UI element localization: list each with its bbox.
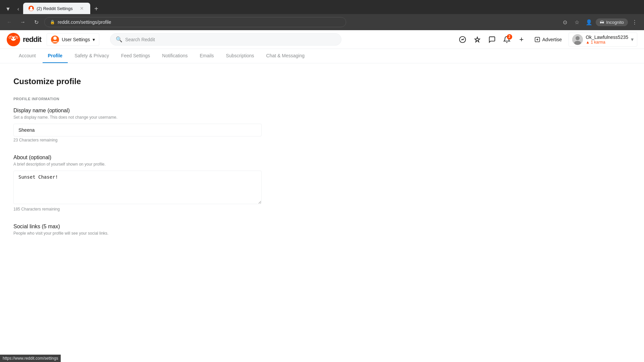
tab-title: (2) Reddit Settings — [37, 6, 76, 11]
profile-icon-btn[interactable]: 👤 — [584, 17, 594, 27]
menu-btn[interactable]: ⋮ — [629, 17, 640, 27]
header-actions: 2 + Advertise Ok_Lawfulness5235 ▲ 1 karm… — [457, 33, 637, 47]
about-label: About (optional) — [13, 155, 288, 161]
svg-point-5 — [11, 38, 13, 39]
tab-bar: ▼ ‹ (2) Reddit Settings ✕ + — [0, 0, 644, 14]
create-post-btn[interactable]: + — [516, 34, 528, 46]
nav-item-safety[interactable]: Safety & Privacy — [69, 49, 114, 63]
browser-toolbar: ← → ↻ 🔒 reddit.com/settings/profile ⊙ ☆ … — [0, 14, 644, 30]
svg-point-11 — [53, 37, 57, 40]
user-dropdown-icon: ▾ — [631, 36, 634, 43]
social-links-field-group: Social links (5 max) People who visit yo… — [13, 224, 288, 236]
search-icon: 🔍 — [116, 36, 122, 43]
incognito-badge: 🕶 Incognito — [596, 18, 628, 26]
reddit-logo[interactable]: reddit — [7, 33, 41, 46]
display-name-field-group: Display name (optional) Set a display na… — [13, 108, 288, 142]
incognito-label: Incognito — [606, 20, 624, 25]
display-name-char-count: 23 Characters remaining — [13, 138, 288, 142]
nav-item-profile[interactable]: Profile — [43, 49, 68, 63]
display-name-desc: Set a display name. This does not change… — [13, 115, 288, 120]
url-text: reddit.com/settings/profile — [58, 19, 111, 25]
settings-nav: Account Profile Safety & Privacy Feed Se… — [0, 49, 644, 63]
lock-icon: 🔒 — [50, 20, 55, 24]
reload-btn[interactable]: ↻ — [31, 17, 42, 27]
nav-item-subscriptions[interactable]: Subscriptions — [221, 49, 260, 63]
about-char-count: 185 Characters remaining — [13, 207, 288, 212]
svg-point-2 — [30, 9, 33, 11]
notification-badge: 2 — [507, 34, 512, 40]
social-links-label: Social links (5 max) — [13, 224, 288, 230]
tab-close-btn[interactable]: ✕ — [79, 5, 85, 11]
user-karma: ▲ 1 karma — [586, 40, 628, 45]
karma-count: 1 karma — [591, 40, 605, 45]
notification-btn[interactable]: 2 — [501, 34, 513, 46]
svg-point-6 — [14, 38, 15, 39]
svg-point-9 — [16, 37, 18, 38]
search-bar: 🔍 — [110, 33, 341, 46]
display-name-label: Display name (optional) — [13, 108, 288, 114]
tab-favicon — [29, 6, 34, 11]
incognito-icon: 🕶 — [600, 20, 604, 25]
user-settings-label: User Settings — [62, 37, 90, 42]
about-field-group: About (optional) A brief description of … — [13, 155, 288, 212]
svg-point-15 — [576, 36, 580, 40]
chat-icon-btn[interactable] — [486, 34, 498, 46]
status-url: https://www.reddit.com/settings — [3, 356, 58, 361]
svg-point-1 — [30, 7, 32, 9]
status-bar: https://www.reddit.com/settings — [0, 355, 61, 362]
cast-icon-btn[interactable]: ⊙ — [559, 17, 570, 27]
search-input[interactable] — [125, 37, 336, 42]
display-name-input[interactable] — [13, 124, 262, 136]
award-icon-btn[interactable] — [471, 34, 483, 46]
trending-icon-btn[interactable] — [457, 34, 469, 46]
reddit-app: reddit User Settings ▾ 🔍 — [0, 30, 644, 362]
nav-item-chat[interactable]: Chat & Messaging — [261, 49, 310, 63]
browser-chrome: ▼ ‹ (2) Reddit Settings ✕ + ← → ↻ 🔒 redd… — [0, 0, 644, 30]
search-bar-inner[interactable]: 🔍 — [110, 33, 341, 46]
user-settings-dropdown[interactable]: User Settings ▾ — [47, 33, 99, 46]
svg-point-10 — [9, 37, 10, 38]
advertise-label: Advertise — [542, 37, 562, 42]
back-btn[interactable]: ← — [4, 17, 15, 27]
settings-content: Customize profile PROFILE INFORMATION Di… — [0, 63, 302, 261]
social-links-desc: People who visit your profile will see y… — [13, 231, 288, 236]
about-desc: A brief description of yourself shown on… — [13, 162, 288, 167]
logo-text: reddit — [23, 35, 41, 44]
advertise-btn[interactable]: Advertise — [530, 35, 566, 45]
address-bar[interactable]: 🔒 reddit.com/settings/profile — [44, 17, 346, 27]
page-title: Customize profile — [13, 77, 288, 86]
user-info: Ok_Lawfulness5235 ▲ 1 karma — [586, 35, 628, 45]
section-label: PROFILE INFORMATION — [13, 97, 288, 101]
nav-item-feed[interactable]: Feed Settings — [116, 49, 155, 63]
forward-btn[interactable]: → — [17, 17, 28, 27]
prev-tab-btn[interactable]: ‹ — [15, 4, 22, 14]
new-tab-btn[interactable]: + — [92, 4, 101, 14]
bookmark-btn[interactable]: ☆ — [572, 17, 582, 27]
reddit-header: reddit User Settings ▾ 🔍 — [0, 30, 644, 49]
nav-item-notifications[interactable]: Notifications — [157, 49, 193, 63]
tab-list-btn[interactable]: ▼ — [3, 4, 13, 14]
active-tab[interactable]: (2) Reddit Settings ✕ — [23, 3, 90, 14]
nav-item-account[interactable]: Account — [13, 49, 41, 63]
about-textarea[interactable]: Sunset Chaser! — [13, 171, 262, 204]
user-avatar — [572, 34, 583, 45]
user-profile-btn[interactable]: Ok_Lawfulness5235 ▲ 1 karma ▾ — [569, 33, 637, 47]
toolbar-icons: ⊙ ☆ 👤 🕶 Incognito ⋮ — [559, 17, 640, 27]
user-settings-avatar — [51, 36, 59, 44]
username: Ok_Lawfulness5235 — [586, 35, 628, 40]
svg-point-16 — [574, 41, 581, 45]
nav-item-emails[interactable]: Emails — [195, 49, 219, 63]
dropdown-chevron-icon: ▾ — [93, 37, 95, 42]
